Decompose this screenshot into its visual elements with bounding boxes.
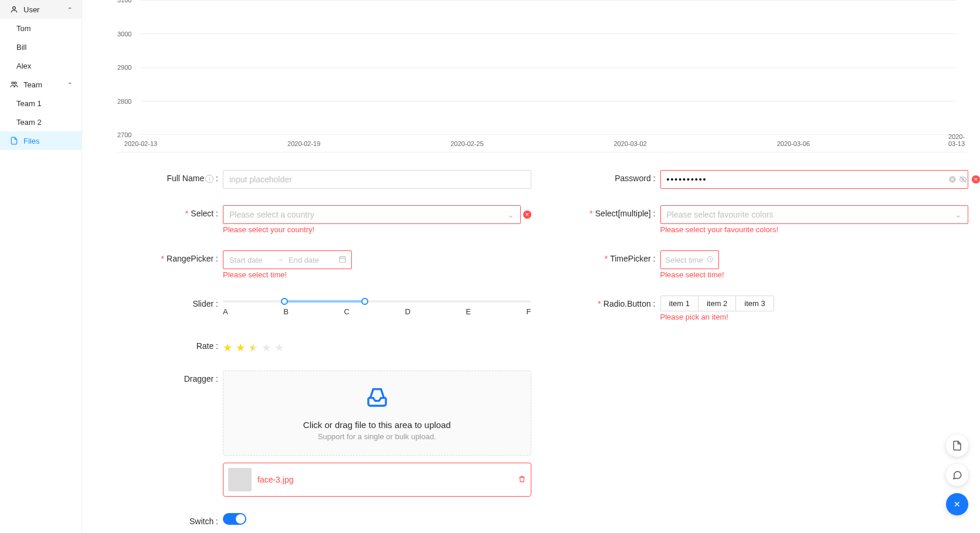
sidebar-item-tom[interactable]: Tom bbox=[0, 19, 82, 38]
svg-rect-6 bbox=[340, 256, 346, 262]
switch-toggle[interactable] bbox=[223, 513, 246, 525]
select-placeholder: Please select favourite colors bbox=[667, 210, 774, 219]
sidebar-item-label: Tom bbox=[16, 24, 31, 33]
clock-icon bbox=[707, 256, 714, 264]
sidebar-group-team[interactable]: Team ⌃ bbox=[0, 75, 82, 94]
upload-thumbnail bbox=[228, 468, 252, 491]
star-4[interactable]: ★ bbox=[262, 341, 271, 354]
eye-off-icon[interactable] bbox=[959, 175, 967, 184]
radio-item2[interactable]: item 2 bbox=[698, 296, 736, 311]
chevron-down-icon: ⌄ bbox=[507, 210, 514, 219]
sidebar-group-label: Team bbox=[23, 80, 42, 89]
sidebar-group-label: User bbox=[23, 5, 39, 14]
sidebar-item-team2[interactable]: Team 2 bbox=[0, 113, 82, 131]
sidebar-item-alex[interactable]: Alex bbox=[0, 56, 82, 75]
radio-item3[interactable]: item 3 bbox=[736, 296, 773, 311]
chevron-up-icon: ⌃ bbox=[67, 6, 72, 13]
float-close-button[interactable]: ✕ bbox=[946, 493, 968, 515]
star-5[interactable]: ★ bbox=[274, 341, 284, 354]
user-icon bbox=[9, 5, 19, 14]
upload-file-item: face-3.jpg bbox=[223, 463, 531, 497]
star-3[interactable]: ★ bbox=[249, 341, 258, 354]
radio-error: Please pick an item! bbox=[660, 313, 969, 321]
sidebar: User ⌃ Tom Bill Alex Team ⌃ Team 1 Team … bbox=[0, 0, 82, 533]
svg-point-0 bbox=[13, 6, 16, 9]
team-icon bbox=[9, 80, 19, 89]
error-icon: ✕ bbox=[972, 175, 980, 184]
time-label: TimePicker bbox=[610, 254, 651, 263]
star-1[interactable]: ★ bbox=[223, 341, 232, 354]
select-placeholder: Please select a country bbox=[229, 210, 314, 219]
start-date-input[interactable] bbox=[228, 255, 272, 265]
sidebar-item-label: Team 2 bbox=[16, 118, 42, 127]
dragger-title: Click or drag file to this area to uploa… bbox=[238, 420, 517, 430]
slider-fill bbox=[284, 300, 365, 303]
sidebar-item-label: Files bbox=[23, 137, 39, 145]
time-placeholder: Select time bbox=[666, 256, 703, 264]
sidebar-item-files[interactable]: Files bbox=[0, 131, 82, 150]
main-content: 270028002900300031002020-02-132020-02-19… bbox=[82, 0, 980, 533]
select-multi-label: Select[multiple] bbox=[595, 209, 651, 218]
float-buttons: ✕ bbox=[946, 434, 968, 515]
full-name-input[interactable] bbox=[223, 170, 531, 189]
range-error: Please select time! bbox=[223, 270, 531, 279]
sidebar-group-user[interactable]: User ⌃ bbox=[0, 0, 82, 19]
slider-handle-end[interactable] bbox=[361, 298, 368, 305]
slider-label: Slider bbox=[192, 299, 213, 308]
time-error: Please select time! bbox=[660, 270, 969, 279]
time-picker[interactable]: Select time bbox=[660, 250, 719, 269]
upload-filename: face-3.jpg bbox=[257, 475, 293, 484]
range-label: RangePicker bbox=[167, 254, 213, 263]
select-label: Select bbox=[191, 209, 213, 218]
slider-track[interactable] bbox=[223, 300, 531, 303]
chevron-up-icon: ⌃ bbox=[67, 82, 72, 88]
delete-file-button[interactable] bbox=[518, 475, 526, 485]
radio-group: item 1 item 2 item 3 bbox=[660, 296, 774, 311]
radio-item1[interactable]: item 1 bbox=[661, 296, 698, 311]
rate-label: Rate bbox=[196, 341, 214, 351]
star-2[interactable]: ★ bbox=[236, 341, 245, 354]
password-input[interactable] bbox=[660, 170, 969, 189]
select-country[interactable]: Please select a country⌄ bbox=[223, 205, 521, 224]
slider-handle-start[interactable] bbox=[281, 298, 288, 305]
sidebar-item-label: Team 1 bbox=[16, 99, 42, 108]
chevron-down-icon: ⌄ bbox=[955, 210, 962, 219]
full-name-label: Full Name bbox=[167, 174, 204, 183]
sidebar-item-label: Bill bbox=[16, 43, 26, 52]
switch-label: Switch bbox=[189, 517, 213, 526]
float-chat-button[interactable] bbox=[946, 464, 968, 486]
calendar-icon bbox=[338, 255, 347, 265]
end-date-input[interactable] bbox=[287, 255, 331, 265]
svg-point-2 bbox=[15, 82, 16, 84]
range-picker[interactable]: → bbox=[223, 250, 352, 269]
inbox-icon bbox=[238, 385, 517, 414]
rate-stars[interactable]: ★★★★★ bbox=[223, 338, 531, 354]
info-icon[interactable]: i bbox=[205, 175, 213, 183]
file-icon bbox=[9, 136, 19, 145]
arrow-right-icon: → bbox=[276, 255, 284, 264]
password-label: Password bbox=[615, 174, 650, 183]
float-document-button[interactable] bbox=[946, 434, 968, 457]
upload-dragger[interactable]: Click or drag file to this area to uploa… bbox=[223, 371, 531, 456]
dragger-label: Dragger bbox=[184, 374, 214, 383]
switch-knob bbox=[236, 514, 245, 524]
svg-point-1 bbox=[12, 82, 14, 84]
error-icon: ✕ bbox=[523, 211, 531, 219]
candlestick-chart: 270028002900300031002020-02-132020-02-19… bbox=[117, 0, 968, 152]
radio-label: Radio.Button bbox=[603, 299, 651, 308]
sidebar-item-bill[interactable]: Bill bbox=[0, 38, 82, 56]
select-colors[interactable]: Please select favourite colors⌄ bbox=[660, 205, 969, 224]
dragger-hint: Support for a single or bulk upload. bbox=[238, 432, 517, 441]
select-multi-error: Please select your favourite colors! bbox=[660, 225, 969, 234]
slider-marks: ABCDEF bbox=[223, 307, 531, 316]
sidebar-item-team1[interactable]: Team 1 bbox=[0, 94, 82, 113]
sidebar-item-label: Alex bbox=[16, 62, 31, 70]
select-error: Please select your country! bbox=[223, 225, 531, 234]
clear-icon[interactable] bbox=[948, 175, 957, 184]
